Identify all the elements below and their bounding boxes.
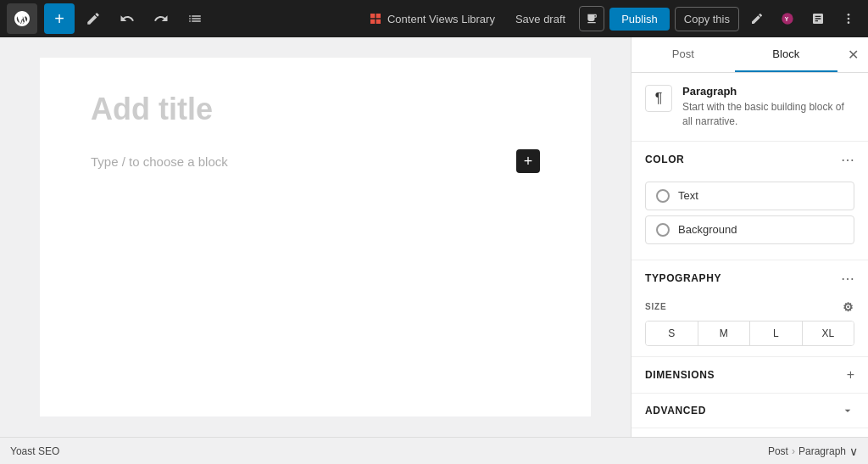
typography-section-options[interactable]: ⋯ [841, 271, 854, 287]
copy-this-button[interactable]: Copy this [675, 7, 739, 31]
toolbar-left: + [7, 3, 359, 34]
color-section-options[interactable]: ⋯ [841, 152, 854, 168]
bottom-chevron-icon[interactable]: ∨ [849, 444, 858, 458]
color-text-radio[interactable] [656, 189, 670, 203]
wp-logo-button[interactable] [7, 3, 37, 34]
svg-point-3 [848, 18, 850, 20]
size-l-button[interactable]: L [750, 321, 803, 345]
toolbar-right: Content Views Library Save draft Publish… [362, 6, 861, 31]
size-filter-icon[interactable]: ⚙ [843, 300, 854, 314]
color-section-title: Color [645, 154, 684, 165]
list-view-button[interactable] [180, 3, 210, 34]
dimensions-section-header[interactable]: Dimensions + [632, 357, 868, 393]
color-options: Text Background [632, 178, 868, 260]
typography-section: Typography ⋯ SIZE ⚙ S M L XL [632, 260, 868, 357]
dimensions-section-add[interactable]: + [847, 367, 854, 383]
svg-point-4 [848, 21, 850, 24]
add-block-toolbar-button[interactable]: + [44, 3, 75, 34]
breadcrumb-paragraph-link[interactable]: Paragraph [798, 445, 846, 457]
breadcrumb-post-link[interactable]: Post [768, 445, 788, 457]
typography-section-title: Typography [645, 272, 721, 284]
breadcrumb-separator: › [792, 445, 795, 457]
color-text-label: Text [678, 189, 698, 202]
save-draft-button[interactable]: Save draft [507, 8, 574, 31]
content-views-button[interactable]: Content Views Library [362, 8, 502, 29]
advanced-section-title: Advanced [645, 405, 706, 416]
advanced-section: Advanced [632, 394, 868, 428]
dimensions-section-title: Dimensions [645, 369, 715, 381]
block-info-title: Paragraph [682, 85, 854, 98]
block-content-area: Type / to choose a block + [91, 144, 540, 178]
dimensions-section: Dimensions + [632, 357, 868, 394]
publish-button[interactable]: Publish [609, 8, 670, 31]
size-xl-button[interactable]: XL [803, 321, 854, 345]
tab-block[interactable]: Block [735, 37, 838, 72]
advanced-section-toggle[interactable] [841, 404, 854, 417]
size-label-row: SIZE ⚙ [645, 300, 854, 314]
size-buttons: S M L XL [645, 321, 854, 346]
size-label-text: SIZE [645, 302, 666, 311]
preview-button[interactable] [579, 6, 604, 31]
add-block-inline-button[interactable]: + [516, 149, 540, 173]
sidebar-content: ¶ Paragraph Start with the basic buildin… [632, 73, 868, 428]
color-section: Color ⋯ Text Background [632, 142, 868, 260]
yoast-seo-label: Yoast SEO [10, 445, 59, 457]
color-background-label: Background [678, 223, 737, 236]
tools-button[interactable] [78, 3, 108, 34]
content-views-label: Content Views Library [387, 13, 495, 25]
edit-icon-button[interactable] [744, 6, 770, 31]
block-info-desc: Start with the basic building block of a… [682, 100, 854, 129]
toolbar: + Content Views Library Save draft Publi… [0, 0, 868, 37]
block-info: ¶ Paragraph Start with the basic buildin… [632, 73, 868, 142]
typography-content: SIZE ⚙ S M L XL [632, 297, 868, 356]
block-icon: ¶ [645, 85, 672, 112]
post-title-input[interactable] [91, 92, 540, 127]
main-area: Type / to choose a block + Post Block ✕ … [0, 37, 868, 437]
block-placeholder-text: Type / to choose a block [91, 154, 516, 169]
editor-area: Type / to choose a block + [0, 37, 631, 437]
undo-button[interactable] [112, 3, 142, 34]
settings-icon-button[interactable] [805, 6, 831, 31]
svg-point-2 [848, 14, 850, 16]
yoast-icon-button[interactable]: Y [775, 6, 800, 31]
advanced-section-header[interactable]: Advanced [632, 394, 868, 428]
color-text-option[interactable]: Text [645, 182, 854, 210]
editor-canvas: Type / to choose a block + [40, 58, 591, 416]
typography-section-header[interactable]: Typography ⋯ [632, 260, 868, 297]
size-s-button[interactable]: S [646, 321, 698, 345]
breadcrumb: Post › Paragraph [768, 445, 846, 457]
redo-button[interactable] [146, 3, 176, 34]
bottom-bar: Yoast SEO Post › Paragraph ∨ [0, 437, 868, 464]
more-options-button[interactable] [836, 6, 861, 31]
color-background-option[interactable]: Background [645, 215, 854, 244]
sidebar-header: Post Block ✕ [632, 37, 868, 73]
color-section-header[interactable]: Color ⋯ [632, 142, 868, 178]
size-m-button[interactable]: M [698, 321, 751, 345]
color-background-radio[interactable] [656, 223, 670, 237]
sidebar-close-button[interactable]: ✕ [837, 40, 868, 70]
block-info-text: Paragraph Start with the basic building … [682, 85, 854, 129]
sidebar: Post Block ✕ ¶ Paragraph Start with the … [631, 37, 868, 437]
tab-post[interactable]: Post [632, 37, 735, 72]
svg-text:Y: Y [785, 16, 789, 22]
